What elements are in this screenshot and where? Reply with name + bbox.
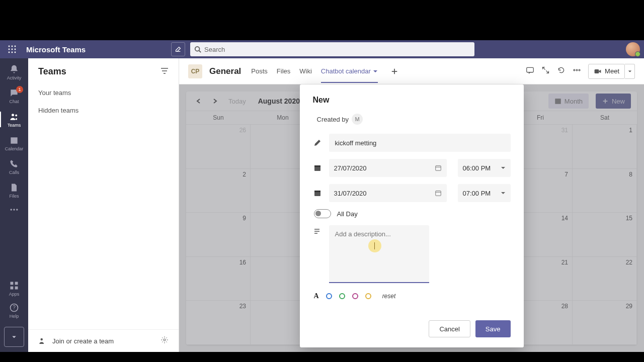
tab-files[interactable]: Files (277, 59, 290, 83)
color-swatch[interactable] (352, 293, 358, 299)
start-date-input[interactable]: 27/07/2020 (329, 159, 447, 177)
svg-point-14 (16, 209, 18, 210)
svg-point-13 (13, 209, 15, 210)
app-title: Microsoft Teams (26, 45, 86, 54)
search-placeholder: Search (204, 46, 225, 53)
app-launcher-button[interactable] (4, 41, 20, 57)
reload-tab-button[interactable] (557, 66, 566, 76)
hidden-teams-link[interactable]: Hidden teams (38, 102, 179, 119)
search-input[interactable]: Search (190, 42, 474, 56)
rail-calendar[interactable]: Calendar (0, 131, 28, 155)
end-time-value: 07:00 PM (463, 190, 491, 197)
svg-point-21 (41, 338, 43, 341)
new-message-button[interactable] (171, 42, 185, 56)
svg-point-6 (9, 52, 10, 53)
add-tab-button[interactable] (388, 65, 401, 78)
tab-chatbot-calendar[interactable]: Chatbot calendar (321, 59, 378, 83)
save-button[interactable]: Save (475, 320, 511, 337)
color-reset[interactable]: reset (382, 293, 396, 300)
video-icon (594, 67, 602, 75)
svg-point-26 (579, 69, 580, 71)
your-teams-link[interactable]: Your teams (38, 84, 179, 102)
rail-download[interactable] (4, 327, 24, 347)
end-date-value: 31/07/2020 (334, 190, 367, 197)
rail-calls[interactable]: Calls (0, 155, 28, 178)
new-event-modal: New Created by M 27/07/2020 (300, 84, 524, 347)
rail-label: Teams (8, 123, 21, 128)
channel-header: CP General Posts Files Wiki Chatbot cale… (179, 58, 644, 84)
svg-point-7 (12, 52, 13, 53)
all-day-toggle[interactable] (314, 209, 331, 218)
modal-overlay[interactable]: New Created by M 27/07/2020 (179, 84, 644, 352)
chevron-down-icon (373, 69, 378, 74)
end-date-input[interactable]: 31/07/2020 (329, 184, 447, 202)
phone-icon (9, 159, 19, 169)
cancel-button[interactable]: Cancel (429, 320, 470, 337)
calendar-icon (9, 135, 19, 145)
event-title-input[interactable] (329, 134, 511, 152)
description-icon (313, 225, 322, 285)
filter-button[interactable] (160, 67, 169, 77)
chat-badge: 1 (16, 86, 23, 93)
main-content: CP General Posts Files Wiki Chatbot cale… (179, 58, 644, 352)
filter-icon (160, 67, 169, 75)
pencil-icon (313, 139, 322, 147)
more-options-button[interactable] (573, 66, 581, 76)
svg-point-9 (195, 47, 200, 51)
svg-point-4 (12, 49, 13, 50)
more-icon (573, 66, 581, 74)
meet-button[interactable]: Meet (588, 64, 625, 79)
tab-wiki[interactable]: Wiki (299, 59, 312, 83)
calendar-picker-icon (435, 190, 442, 197)
svg-point-0 (9, 46, 10, 47)
top-header: Microsoft Teams Search (0, 40, 644, 58)
start-time-input[interactable]: 06:00 PM (458, 159, 511, 177)
compose-icon (175, 46, 182, 53)
reload-icon (557, 66, 566, 74)
calendar-end-icon (313, 189, 322, 197)
rail-help[interactable]: ? Help (0, 300, 28, 322)
end-time-input[interactable]: 07:00 PM (458, 184, 511, 202)
rail-label: Activity (7, 75, 22, 80)
rail-activity[interactable]: Activity (0, 60, 28, 84)
calendar-picker-icon (435, 164, 442, 171)
all-day-label: All Day (337, 210, 358, 218)
chat-panel-icon (526, 66, 534, 74)
color-swatch[interactable] (339, 293, 345, 299)
download-icon (10, 332, 19, 341)
apps-icon (9, 281, 19, 291)
svg-point-22 (164, 339, 166, 341)
color-swatch[interactable] (326, 293, 332, 299)
rail-chat[interactable]: 1 Chat (0, 84, 28, 108)
svg-point-24 (574, 69, 575, 71)
rail-files[interactable]: Files (0, 178, 28, 202)
meet-dropdown[interactable] (625, 64, 635, 79)
gear-icon (160, 336, 169, 344)
svg-point-25 (576, 69, 578, 71)
creator-avatar: M (352, 114, 363, 125)
meet-label: Meet (605, 67, 619, 75)
svg-rect-17 (11, 287, 14, 290)
profile-avatar[interactable] (626, 42, 640, 56)
rail-teams[interactable]: Teams (0, 108, 28, 131)
svg-point-12 (11, 209, 12, 210)
created-by-label: Created by (317, 116, 349, 123)
tab-posts[interactable]: Posts (251, 59, 268, 83)
svg-point-3 (9, 49, 10, 50)
expand-tab-button[interactable] (541, 66, 550, 76)
start-date-value: 27/07/2020 (334, 164, 367, 172)
manage-teams-gear[interactable] (160, 336, 169, 346)
description-textarea[interactable] (329, 225, 429, 283)
svg-text:?: ? (13, 305, 16, 310)
svg-rect-23 (527, 67, 534, 72)
join-create-team[interactable]: Join or create a team (38, 336, 114, 345)
rail-apps[interactable]: Apps (0, 278, 28, 300)
svg-point-5 (15, 49, 16, 50)
waffle-icon (8, 45, 16, 53)
color-swatch[interactable] (365, 293, 371, 299)
svg-point-8 (15, 52, 16, 53)
expand-icon (541, 66, 550, 74)
channel-conversation-button[interactable] (526, 66, 534, 76)
rail-more[interactable] (0, 202, 28, 217)
chevron-down-icon (501, 165, 506, 170)
